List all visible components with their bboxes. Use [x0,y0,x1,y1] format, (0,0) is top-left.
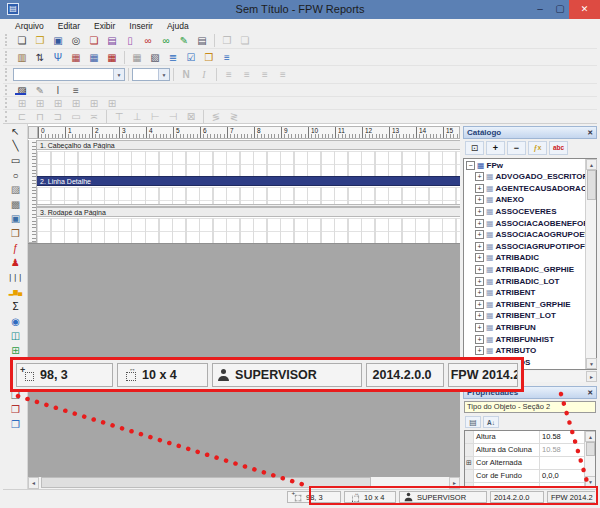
catalog-tree-item[interactable]: + ▦ ADVOGADO_ESCRITORIO [464,171,596,183]
arrange-button[interactable]: ⊤ [110,109,128,124]
toolbar-button[interactable]: ▤ [193,33,211,48]
scroll-right-icon[interactable]: ► [586,371,597,382]
toolbar-button[interactable]: ≡ [218,50,236,65]
tree-expand-icon[interactable]: + [475,195,484,204]
tree-root-row[interactable]: − ▦ FPw [464,159,596,171]
catalog-tree-item[interactable]: + ▦ ASSOCEVERES [464,206,596,218]
menu-item[interactable]: Exibir [88,21,121,31]
toolbar-button[interactable]: ▤ [103,33,121,48]
properties-tool-button[interactable]: A↓ [483,416,499,428]
toolbar-grip[interactable] [5,34,10,47]
catalog-tree-item[interactable]: + ▦ ATRIBENT_GRPHIE [464,299,596,311]
align-button[interactable]: ≡ [220,67,238,82]
toolbar-grip[interactable] [5,111,10,121]
toolbar-button[interactable]: ◎ [67,33,85,48]
scrollbar-thumb[interactable] [587,170,596,200]
tree-expand-icon[interactable]: + [475,253,484,262]
section-band-page-footer[interactable]: 3. Rodapé da Página [37,207,460,217]
catalog-tree-item[interactable]: + ▦ ASSOCIACAOGRUPOEVE [464,229,596,241]
catalog-tree-item[interactable]: + ▦ ATRIBFUN [464,322,596,334]
catalog-tree-item[interactable]: + ▦ AGENTECAUSADORACID [464,183,596,195]
palette-tool[interactable]: ▩ [3,197,28,212]
catalog-tree-item[interactable]: + ▦ ATRIBUTO [464,345,596,357]
catalog-tree-item[interactable]: + ▦ ATRIBENT [464,287,596,299]
chevron-down-icon[interactable]: ▼ [158,69,169,80]
tree-expand-icon[interactable]: + [475,323,484,332]
arrange-button[interactable]: ⊏ [13,109,31,124]
arrange-button[interactable]: ⊥ [128,109,146,124]
toolbar-grip[interactable] [5,85,10,95]
palette-tool[interactable]: ○ [3,168,28,183]
toolbar-button[interactable]: ▧ [146,50,164,65]
catalog-tree-item[interactable]: + ▦ ATRIBADIC_GRPHIE [464,264,596,276]
section-grid-page-header[interactable] [37,151,460,176]
tree-expand-icon[interactable]: + [475,207,484,216]
property-row[interactable]: ⊞ Cor Alternada [465,457,595,470]
tree-expand-icon[interactable]: + [475,300,484,309]
catalog-tree-item[interactable]: + ▦ ATRIBFUNHIST [464,333,596,345]
toolbar-button[interactable]: ▣ [49,33,67,48]
palette-tool[interactable]: ▨ [3,182,28,197]
catalog-tree-item[interactable]: + ▦ ANEXO [464,194,596,206]
toolbar-button[interactable]: ☑ [182,50,200,65]
toolbar-button[interactable]: ∞ [157,33,175,48]
catalog-vertical-scrollbar[interactable]: ▲ ▼ [585,159,596,369]
property-row[interactable]: Cor de Fundo 0,0,0 [465,470,595,483]
palette-tool[interactable]: ▭ [3,153,28,168]
catalog-tool-button[interactable]: − [507,141,526,155]
palette-tool[interactable]: ▣ [3,212,28,227]
arrange-button[interactable]: ⊣ [164,109,182,124]
arrange-button[interactable]: ⊐ [49,109,67,124]
tree-expand-icon[interactable]: + [475,311,484,320]
tree-expand-icon[interactable]: + [475,230,484,239]
property-row[interactable]: Altura 10.58 [465,431,595,444]
palette-tool[interactable]: ⊞ [3,343,28,358]
properties-tool-button[interactable]: ▤ [465,416,481,428]
font-size-combo[interactable]: ▼ [132,68,170,81]
tree-expand-icon[interactable]: + [475,265,484,274]
catalog-tool-button[interactable]: ⊡ [465,141,484,155]
toolbar-button[interactable]: ▦ [67,50,85,65]
section-grid-page-footer[interactable] [37,218,460,243]
tree-expand-icon[interactable]: + [475,335,484,344]
properties-scrollbar[interactable]: ▲ ▼ [584,431,595,487]
toolbar-button[interactable]: ❏ [85,33,103,48]
toolbar-button[interactable]: ▦ [103,50,121,65]
palette-tool[interactable]: ◫ [3,328,28,343]
scroll-down-icon[interactable]: ▼ [586,358,597,369]
toolbar-button[interactable]: ▦ [85,50,103,65]
tree-expand-icon[interactable]: + [475,172,484,181]
palette-tool[interactable]: ╲ [3,139,28,154]
toolbar-button[interactable]: ▯ [121,33,139,48]
catalog-tool-button[interactable]: abc [549,141,568,155]
catalog-tool-button[interactable]: ƒx [528,141,547,155]
toolbar-button[interactable]: ≣ [164,50,182,65]
scrollbar-thumb[interactable] [586,442,595,456]
tree-expand-icon[interactable]: + [475,242,484,251]
palette-tool[interactable]: ∣∣∣ [3,270,28,285]
arrange-button[interactable]: ▭ [67,109,85,124]
arrange-button[interactable]: ≷ [225,109,243,124]
bold-button[interactable]: N [177,67,195,82]
catalog-close-icon[interactable]: ✕ [587,129,593,137]
toolbar-button[interactable]: ❐ [31,33,49,48]
palette-tool[interactable]: ◉ [3,314,28,329]
property-expand-icon[interactable]: ⊞ [465,457,474,469]
maximize-button[interactable]: ▢ [551,0,569,19]
toolbar-grip[interactable] [5,98,10,108]
align-button[interactable]: ≡ [238,67,256,82]
tree-expand-icon[interactable]: + [475,288,484,297]
section-band-page-header[interactable]: 1. Cabeçalho da Página [37,140,460,150]
toolbar-button[interactable]: Ψ [49,50,67,65]
toolbar-grip[interactable] [5,51,10,64]
tree-expand-icon[interactable]: + [475,219,484,228]
toolbar-grip[interactable] [5,68,10,82]
palette-tool[interactable]: Σ [3,299,28,314]
toolbar-button[interactable]: ❒ [200,50,218,65]
menu-item[interactable]: Ajuda [161,21,195,31]
section-grid-detail-line[interactable] [37,187,460,204]
object-type-selector[interactable]: Tipo do Objeto - Seção 2 [464,401,596,413]
minimize-button[interactable]: – [531,0,549,19]
properties-close-icon[interactable]: ✕ [587,389,593,397]
align-button[interactable]: ≡ [274,67,292,82]
